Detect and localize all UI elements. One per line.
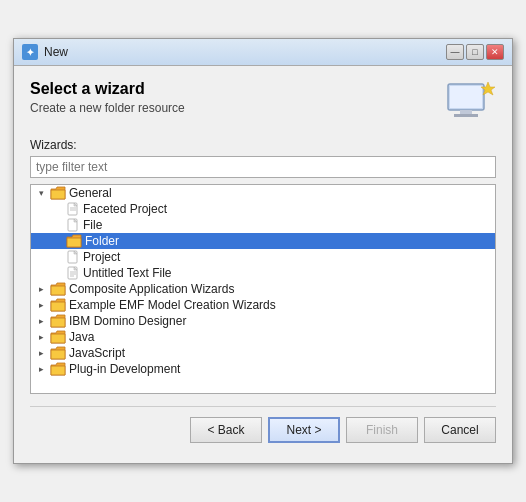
folder-icon-ibm	[50, 314, 66, 328]
file-icon-project	[66, 250, 80, 264]
leaf-spacer-file	[51, 219, 63, 231]
tree-item-label-project: Project	[83, 250, 120, 264]
separator	[30, 406, 496, 407]
maximize-button[interactable]: □	[466, 44, 484, 60]
finish-button[interactable]: Finish	[346, 417, 418, 443]
tree-item-label-emf: Example EMF Model Creation Wizards	[69, 298, 276, 312]
dialog-content: Select a wizard Create a new folder reso…	[14, 66, 512, 463]
tree-item-label-folder: Folder	[85, 234, 119, 248]
leaf-spacer	[51, 203, 63, 215]
file-icon-faceted-project	[66, 202, 80, 216]
tree-item-emf[interactable]: Example EMF Model Creation Wizards	[31, 297, 495, 313]
tree-item-label-composite: Composite Application Wizards	[69, 282, 234, 296]
tree-item-java[interactable]: Java	[31, 329, 495, 345]
folder-icon-folder	[66, 234, 82, 248]
window-icon: ✦	[22, 44, 38, 60]
tree-item-label-untitled-text-file: Untitled Text File	[83, 266, 171, 280]
folder-icon-general	[50, 186, 66, 200]
tree-item-label-ibm: IBM Domino Designer	[69, 314, 186, 328]
folder-icon-composite	[50, 282, 66, 296]
tree-container[interactable]: General Faceted Project	[30, 184, 496, 394]
tree-item-label-general: General	[69, 186, 112, 200]
svg-rect-2	[460, 110, 472, 114]
tree-item-plugin[interactable]: Plug-in Development	[31, 361, 495, 377]
expand-icon-emf	[35, 299, 47, 311]
next-button[interactable]: Next >	[268, 417, 340, 443]
tree-item-label-java: Java	[69, 330, 94, 344]
tree-item-label-javascript: JavaScript	[69, 346, 125, 360]
title-controls: — □ ✕	[446, 44, 504, 60]
tree-item-faceted-project[interactable]: Faceted Project	[31, 201, 495, 217]
expand-icon-java	[35, 331, 47, 343]
tree-item-untitled-text-file[interactable]: Untitled Text File	[31, 265, 495, 281]
expand-icon-composite	[35, 283, 47, 295]
dialog-window: ✦ New — □ ✕ Select a wizard Create a new…	[13, 38, 513, 464]
expand-icon-general	[35, 187, 47, 199]
title-bar: ✦ New — □ ✕	[14, 39, 512, 66]
folder-icon-java	[50, 330, 66, 344]
folder-icon-emf	[50, 298, 66, 312]
title-bar-left: ✦ New	[22, 44, 68, 60]
back-button[interactable]: < Back	[190, 417, 262, 443]
tree-item-file[interactable]: File	[31, 217, 495, 233]
leaf-spacer-project	[51, 251, 63, 263]
tree-item-ibm[interactable]: IBM Domino Designer	[31, 313, 495, 329]
minimize-button[interactable]: —	[446, 44, 464, 60]
folder-icon-javascript	[50, 346, 66, 360]
tree-item-folder[interactable]: Folder	[31, 233, 495, 249]
tree-item-composite[interactable]: Composite Application Wizards	[31, 281, 495, 297]
header-section: Select a wizard Create a new folder reso…	[30, 80, 496, 124]
tree-item-javascript[interactable]: JavaScript	[31, 345, 495, 361]
file-icon-file	[66, 218, 80, 232]
tree-item-project[interactable]: Project	[31, 249, 495, 265]
leaf-spacer-folder	[51, 235, 63, 247]
file-icon-untitled	[66, 266, 80, 280]
close-button[interactable]: ✕	[486, 44, 504, 60]
folder-icon-plugin	[50, 362, 66, 376]
expand-icon-javascript	[35, 347, 47, 359]
tree-item-label-faceted-project: Faceted Project	[83, 202, 167, 216]
header-left: Select a wizard Create a new folder reso…	[30, 80, 185, 115]
cancel-button[interactable]: Cancel	[424, 417, 496, 443]
expand-icon-plugin	[35, 363, 47, 375]
header-wizard-icon	[444, 80, 496, 124]
dialog-title: Select a wizard	[30, 80, 185, 98]
expand-icon-ibm	[35, 315, 47, 327]
window-title: New	[44, 45, 68, 59]
wizards-label: Wizards:	[30, 138, 496, 152]
svg-rect-3	[454, 114, 478, 117]
svg-rect-1	[450, 86, 482, 108]
tree-item-label-plugin: Plug-in Development	[69, 362, 180, 376]
filter-input[interactable]	[30, 156, 496, 178]
leaf-spacer-untitled	[51, 267, 63, 279]
tree-item-general[interactable]: General	[31, 185, 495, 201]
button-row: < Back Next > Finish Cancel	[30, 417, 496, 449]
tree-item-label-file: File	[83, 218, 102, 232]
dialog-subtitle: Create a new folder resource	[30, 101, 185, 115]
